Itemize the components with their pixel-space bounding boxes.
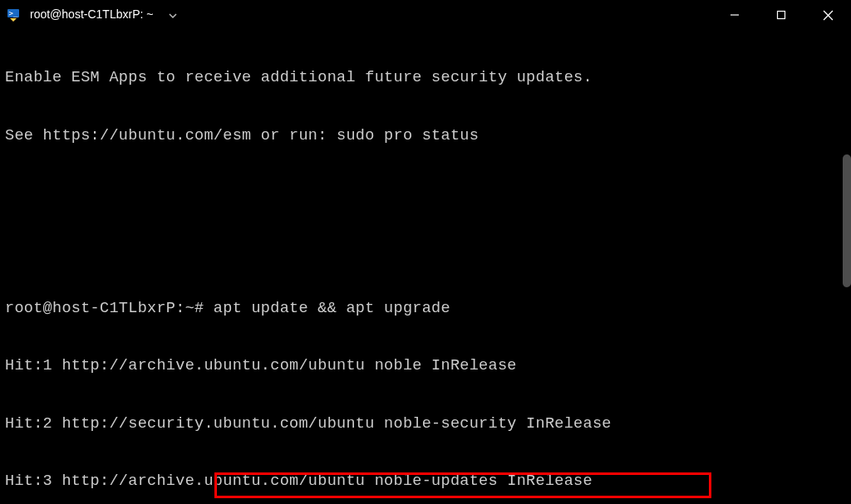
terminal-output[interactable]: Enable ESM Apps to receive additional fu…: [0, 30, 851, 504]
window-titlebar: >_ root@host-C1TLbxrP: ~: [0, 0, 851, 30]
app-icon: >_: [7, 7, 23, 23]
output-line: [5, 183, 846, 203]
svg-rect-3: [778, 12, 785, 19]
output-line: Hit:3 http://archive.ubuntu.com/ubuntu n…: [5, 472, 846, 491]
output-line: root@host-C1TLbxrP:~# apt update && apt …: [5, 299, 846, 318]
window-title: root@host-C1TLbxrP: ~: [30, 7, 153, 22]
scrollbar-thumb[interactable]: [843, 154, 851, 287]
output-line: Hit:2 http://security.ubuntu.com/ubuntu …: [5, 414, 846, 433]
minimize-button[interactable]: [711, 0, 758, 30]
output-line: See https://ubuntu.com/esm or run: sudo …: [5, 126, 846, 145]
maximize-button[interactable]: [758, 0, 804, 30]
output-line: Hit:1 http://archive.ubuntu.com/ubuntu n…: [5, 356, 846, 375]
window-controls: [711, 0, 851, 30]
svg-text:>_: >_: [9, 9, 18, 17]
close-button[interactable]: [804, 0, 851, 30]
scrollbar-track[interactable]: [841, 30, 851, 504]
output-line: [5, 242, 846, 261]
output-line: Enable ESM Apps to receive additional fu…: [5, 68, 846, 87]
new-tab-button[interactable]: [156, 0, 189, 30]
